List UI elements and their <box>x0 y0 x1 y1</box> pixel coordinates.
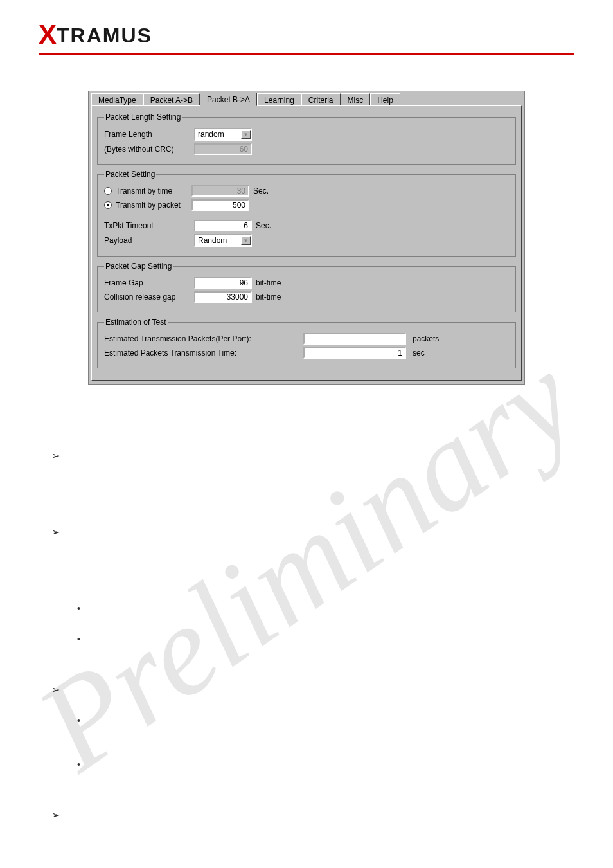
group-packet-gap: Packet Gap Setting Frame Gap 96 bit-time… <box>97 262 516 312</box>
frame-length-value: random <box>198 130 224 139</box>
frame-gap-input[interactable]: 96 <box>194 277 252 289</box>
group-estimation-legend: Estimation of Test <box>104 318 168 327</box>
outline-list <box>51 449 568 821</box>
transmit-by-packet-input[interactable]: 500 <box>191 199 249 211</box>
tab-help[interactable]: Help <box>370 93 400 106</box>
payload-value: Random <box>198 236 227 245</box>
radio-transmit-by-time[interactable] <box>104 187 112 195</box>
est-time-value: 1 <box>303 347 406 359</box>
tab-packet-a-b[interactable]: Packet A->B <box>143 93 200 106</box>
est-packets-unit: packets <box>413 334 439 343</box>
est-time-unit: sec <box>413 348 425 357</box>
chevron-down-icon[interactable]: ▼ <box>241 130 251 139</box>
bytes-without-crc-label: (Bytes without CRC) <box>104 145 194 154</box>
txpkt-timeout-unit: Sec. <box>256 221 271 230</box>
frame-gap-label: Frame Gap <box>104 278 194 287</box>
tab-mediatype[interactable]: MediaType <box>91 93 143 106</box>
outline-item <box>51 526 568 538</box>
payload-label: Payload <box>104 236 194 245</box>
outline-item <box>51 809 568 821</box>
tab-strip: MediaType Packet A->B Packet B->A Learni… <box>89 91 524 105</box>
est-packets-label: Estimated Transmission Packets(Per Port)… <box>104 334 303 343</box>
group-packet-setting: Packet Setting Transmit by time 30 Sec. … <box>97 170 516 257</box>
outline-item <box>51 683 568 696</box>
frame-length-label: Frame Length <box>104 130 194 139</box>
tab-body: Packet Length Setting Frame Length rando… <box>91 105 522 381</box>
outline-subitem <box>77 633 568 645</box>
collision-release-gap-unit: bit-time <box>256 293 281 302</box>
bytes-without-crc-input: 60 <box>194 143 252 155</box>
collision-release-gap-input[interactable]: 33000 <box>194 291 252 303</box>
settings-dialog: MediaType Packet A->B Packet B->A Learni… <box>88 91 525 385</box>
collision-release-gap-label: Collision release gap <box>104 293 194 302</box>
tab-misc[interactable]: Misc <box>341 93 371 106</box>
txpkt-timeout-label: TxPkt Timeout <box>104 221 194 230</box>
brand-logo-name: TRAMUS <box>57 24 152 47</box>
tab-packet-b-a[interactable]: Packet B->A <box>200 93 257 106</box>
est-packets-value <box>303 333 406 345</box>
frame-gap-unit: bit-time <box>256 278 281 287</box>
group-estimation: Estimation of Test Estimated Transmissio… <box>97 318 516 368</box>
radio-transmit-by-packet[interactable] <box>104 201 112 209</box>
group-packet-length-legend: Packet Length Setting <box>104 113 182 122</box>
group-packet-gap-legend: Packet Gap Setting <box>104 262 173 271</box>
transmit-by-time-unit: Sec. <box>253 186 269 195</box>
outline-subitem <box>77 759 568 770</box>
payload-combo[interactable]: Random ▼ <box>194 234 252 247</box>
outline-subitem <box>77 715 568 727</box>
group-packet-length: Packet Length Setting Frame Length rando… <box>97 113 516 165</box>
transmit-by-time-input: 30 <box>191 185 249 197</box>
brand-header: XTRAMUS <box>0 0 613 50</box>
group-packet-setting-legend: Packet Setting <box>104 170 156 179</box>
brand-logo: XTRAMUS <box>39 24 152 47</box>
transmit-by-packet-label: Transmit by packet <box>116 201 191 210</box>
outline-subitem <box>77 602 568 614</box>
txpkt-timeout-input[interactable]: 6 <box>194 220 252 231</box>
est-time-label: Estimated Packets Transmission Time: <box>104 348 303 357</box>
tab-criteria[interactable]: Criteria <box>301 93 341 106</box>
chevron-down-icon[interactable]: ▼ <box>241 236 251 245</box>
header-rule <box>39 53 574 55</box>
frame-length-combo[interactable]: random ▼ <box>194 128 252 141</box>
tab-learning[interactable]: Learning <box>257 93 301 106</box>
transmit-by-time-label: Transmit by time <box>116 186 191 195</box>
brand-logo-x: X <box>39 19 57 50</box>
outline-item <box>51 449 568 462</box>
